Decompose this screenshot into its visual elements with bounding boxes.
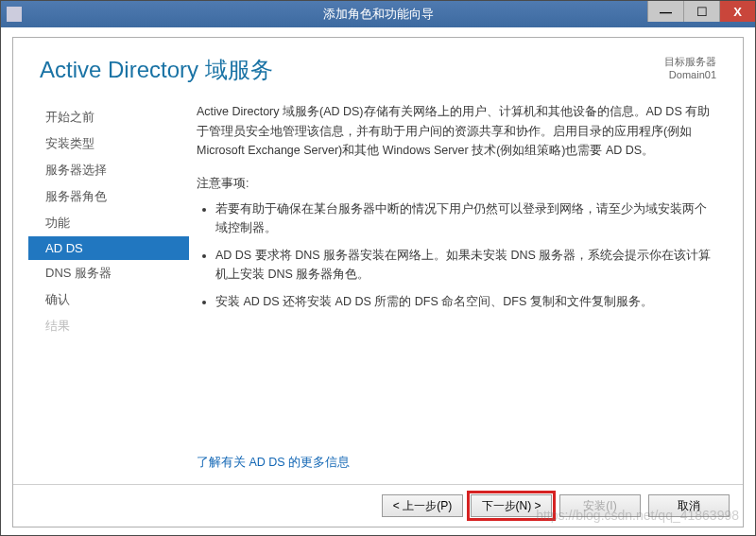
next-button[interactable]: 下一步(N) > [471,494,552,517]
close-button[interactable]: X [719,1,755,22]
sidebar-item-installation-type[interactable]: 安装类型 [28,130,189,157]
learn-more-link[interactable]: 了解有关 AD DS 的更多信息 [197,456,350,469]
sidebar-item-results: 结果 [28,313,189,339]
previous-button[interactable]: < 上一步(P) [382,494,463,517]
sidebar-item-confirmation[interactable]: 确认 [28,286,189,313]
list-item: 若要有助于确保在某台服务器中断的情况下用户仍然可以登录到网络，请至少为域安装两个… [215,199,714,238]
notes-list: 若要有助于确保在某台服务器中断的情况下用户仍然可以登录到网络，请至少为域安装两个… [197,199,714,320]
list-item: 安装 AD DS 还将安装 AD DS 所需的 DFS 命名空间、DFS 复制和… [215,292,714,312]
header-area: Active Directory 域服务 目标服务器 Domain01 [13,38,743,91]
sidebar-item-dns-server[interactable]: DNS 服务器 [28,260,189,286]
description-text: Active Directory 域服务(AD DS)存储有关网络上的用户、计算… [197,102,714,161]
footer-bar: < 上一步(P) 下一步(N) > 安装(I) 取消 [13,484,743,527]
inner-panel: Active Directory 域服务 目标服务器 Domain01 开始之前… [12,37,744,527]
learn-more: 了解有关 AD DS 的更多信息 [197,453,714,473]
body-area: 开始之前 安装类型 服务器选择 服务器角色 功能 AD DS DNS 服务器 确… [13,91,743,484]
notes-label: 注意事项: [197,174,714,194]
maximize-button[interactable]: ☐ [683,1,719,22]
sidebar-item-features[interactable]: 功能 [28,210,189,236]
minimize-button[interactable]: — [647,1,683,22]
wizard-window: 添加角色和功能向导 — ☐ X Active Directory 域服务 目标服… [0,0,756,536]
target-server-info: 目标服务器 Domain01 [664,55,716,82]
sidebar-item-adds[interactable]: AD DS [28,236,189,260]
target-server-label: 目标服务器 [664,55,716,68]
app-icon [7,7,22,22]
window-title: 添加角色和功能向导 [323,6,434,23]
content-frame: Active Directory 域服务 目标服务器 Domain01 开始之前… [1,27,755,535]
sidebar-item-server-roles[interactable]: 服务器角色 [28,183,189,210]
sidebar: 开始之前 安装类型 服务器选择 服务器角色 功能 AD DS DNS 服务器 确… [28,98,189,478]
sidebar-item-server-selection[interactable]: 服务器选择 [28,157,189,183]
sidebar-item-before-you-begin[interactable]: 开始之前 [28,104,189,130]
target-server-value: Domain01 [664,68,716,81]
window-controls: — ☐ X [647,1,755,22]
cancel-button[interactable]: 取消 [648,494,730,517]
page-title: Active Directory 域服务 [40,55,273,85]
main-pane: Active Directory 域服务(AD DS)存储有关网络上的用户、计算… [189,98,728,478]
titlebar[interactable]: 添加角色和功能向导 — ☐ X [1,1,755,27]
list-item: AD DS 要求将 DNS 服务器安装在网络上。如果未安装 DNS 服务器，系统… [215,246,714,285]
install-button: 安装(I) [559,494,641,517]
